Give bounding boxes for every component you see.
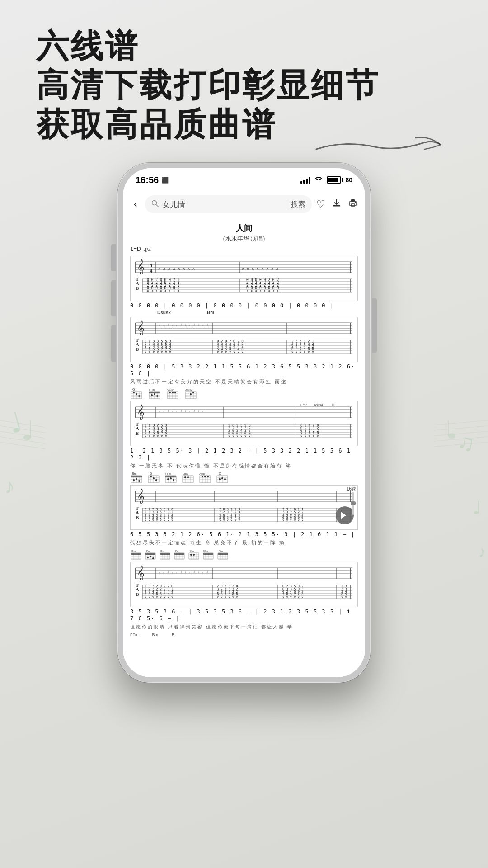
svg-point-107 (138, 395, 140, 397)
svg-point-118 (154, 393, 155, 395)
search-box[interactable]: 女儿情 搜索 (145, 195, 312, 213)
svg-text:G: G (150, 472, 152, 475)
download-icon[interactable] (332, 198, 342, 211)
svg-text:4: 4 (150, 268, 153, 274)
svg-text:x  x  x  x  x  x  x: x x x x x x x (217, 350, 244, 354)
favorite-icon[interactable]: ♡ (316, 198, 325, 210)
svg-point-195 (138, 480, 140, 482)
lyrics-line-3: 你 一脸无辜 不 代表你懂 憧 不是所有感情都会有始有 终 (130, 462, 358, 469)
sheet-inner: 人间 （水木年华 演唱） 1=D 4/4 (123, 218, 365, 642)
chord-diagram-g: G (130, 387, 143, 400)
svg-point-314 (152, 557, 154, 559)
svg-text:♩  ♩  ♩  ♩   ♩  ♩  ♩  ♩   ♩  ♩: ♩ ♩ ♩ ♩ ♩ ♩ ♩ ♩ ♩ ♩ ♩ ♩ (158, 570, 208, 574)
header-section: 六线谱 高清下载打印彰显细节 获取高品质曲谱 (36, 27, 452, 144)
svg-point-128 (169, 392, 171, 393)
signal-bar-2 (303, 180, 305, 184)
svg-point-140 (192, 392, 194, 393)
bottom-section: FFm Bm (130, 549, 358, 637)
lyrics-line-2: 风雨过后不一定有美好的天空 不是天晴就会有彩虹 而这 (130, 378, 358, 385)
staff-lines-decor-left (0, 416, 45, 470)
svg-rect-311 (145, 553, 155, 555)
signal-bar-3 (306, 179, 308, 184)
svg-point-248 (219, 478, 221, 480)
svg-line-7 (434, 420, 488, 425)
bottom-chord-labels: FFm Bm B (130, 632, 358, 637)
svg-text:Em7: Em7 (300, 403, 307, 406)
svg-text:x x x x x x: x x x x x x (282, 595, 303, 599)
svg-rect-351 (203, 553, 213, 555)
svg-point-206 (155, 479, 157, 481)
chord-diagrams-row: G FFm (130, 387, 358, 400)
svg-rect-360 (218, 553, 228, 555)
svg-rect-19 (351, 204, 355, 206)
svg-point-313 (150, 556, 151, 557)
svg-point-239 (207, 476, 209, 477)
chord-bm-bottom-3: Bm (217, 549, 229, 561)
notation-line-4: 6 5 5 3 3 2 1 2 6· 5 6 1· 2 1 3 5 5· 3 |… (130, 531, 358, 538)
notation-line-5: 3 5 3 5 3 6 – | 3 5 3 5 3 6 – | 2 3 1 2 … (130, 609, 358, 623)
status-icons: 80 (300, 175, 352, 184)
signal-bars (300, 176, 310, 184)
chord-diagram-dsus2: Dsus2 (184, 387, 197, 400)
svg-text:G: G (132, 388, 135, 391)
svg-point-129 (172, 392, 174, 393)
svg-text:B: B (136, 430, 139, 436)
print-icon[interactable] (348, 198, 358, 211)
chord-em7: Em7 (182, 471, 194, 484)
svg-point-139 (190, 393, 192, 395)
svg-point-194 (136, 478, 137, 480)
svg-text:x x x  x x x x x: x x x x x x x x (145, 519, 173, 522)
battery-indicator: 80 (327, 176, 352, 184)
song-subtitle: （水木年华 演唱） (130, 235, 358, 243)
svg-text:Bm: Bm (132, 472, 137, 475)
svg-line-4 (0, 442, 45, 449)
svg-text:𝄞: 𝄞 (137, 565, 145, 581)
svg-point-117 (151, 394, 153, 396)
svg-point-237 (202, 476, 203, 477)
svg-text:x x x x  x x: x x x x x x (219, 519, 240, 522)
speed-slider-track[interactable] (352, 492, 354, 515)
svg-text:♩ ♩ ♩ ♩  ♩ ♩ ♩ ♩  ♩ ♩ ♩ ♩: ♩ ♩ ♩ ♩ ♩ ♩ ♩ ♩ ♩ ♩ ♩ ♩ (158, 323, 208, 327)
tab-notation-svg-5: 𝄞 ♩ ♩ ♩ ♩ ♩ ♩ ♩ ♩ ♩ ♩ ♩ ♩ T A (131, 563, 357, 604)
svg-text:Bm: Bm (219, 550, 223, 552)
header-line2: 高清下载打印彰显细节 (36, 66, 452, 105)
svg-text:x x x  x x x  x x: x x x x x x x x (145, 595, 173, 599)
svg-text:FFm: FFm (203, 550, 208, 552)
svg-point-250 (224, 478, 226, 480)
svg-text:Asus4: Asus4 (199, 472, 207, 475)
key-info: 1=D (130, 245, 141, 252)
svg-text:D: D (219, 472, 221, 475)
svg-text:𝄞: 𝄞 (137, 320, 145, 336)
svg-point-238 (204, 476, 206, 477)
svg-line-3 (0, 437, 45, 443)
svg-text:D: D (332, 403, 334, 406)
svg-text:♩  ♩  ♩  ♩   ♩  ♩  ♩  ♩   ♩  ♩: ♩ ♩ ♩ ♩ ♩ ♩ ♩ ♩ ♩ ♩ ♩ (158, 409, 204, 413)
chord-bm-bottom: Bm (145, 549, 156, 561)
speed-slider-thumb[interactable] (351, 501, 356, 505)
bottom-chord-bm-label: Bm (152, 632, 159, 637)
search-submit-button[interactable]: 搜索 (291, 200, 305, 209)
svg-text:x  x  x  x    x  x  x  x: x x x x x x x x (246, 289, 279, 293)
svg-text:x  x  x  x    x  x  x  x: x x x x x x x x (147, 289, 179, 293)
svg-text:FFm: FFm (149, 388, 155, 391)
status-sim-icon: ⬛ (161, 177, 169, 184)
svg-point-130 (174, 392, 176, 393)
song-title: 人间 (130, 223, 358, 234)
brush-stroke (307, 131, 443, 158)
chord-diagrams-row-2: Bm (130, 471, 358, 484)
bottom-chord-ffm: FFm (130, 632, 139, 637)
search-area: ‹ 女儿情 搜索 ♡ (123, 192, 365, 218)
back-button[interactable]: ‹ (130, 197, 141, 212)
svg-text:x x x x x x: x x x x x x (217, 595, 238, 599)
chord-ffm-2: FFm (164, 471, 177, 484)
tab-section-4: 𝄞 T A B (130, 485, 358, 530)
svg-point-119 (156, 395, 158, 397)
tab-notation-svg-1: 𝄞 4 4 x x x x x x x x x x x x x x x x (131, 257, 357, 298)
svg-point-105 (133, 392, 135, 393)
svg-text:x  x  x  x  x  x: x x x x x x (228, 434, 251, 438)
chord-bm: Bm (207, 310, 214, 315)
svg-point-342 (193, 554, 195, 556)
notation-line-2: 0 0 0 0 | 5 3 3 2 2 1 1 5 5 6 1 2 3 6 5 … (130, 363, 358, 377)
speed-label: 16速 (347, 486, 356, 492)
svg-point-106 (136, 393, 137, 395)
